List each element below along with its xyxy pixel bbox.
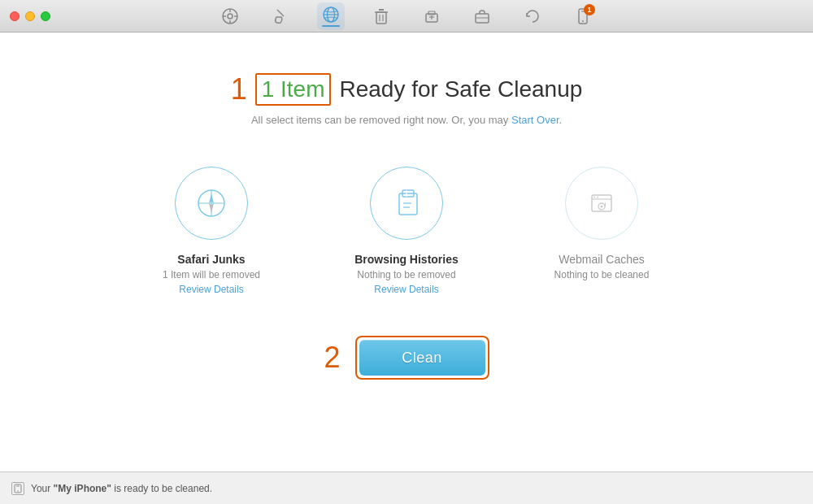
svg-point-1 (228, 14, 233, 19)
toolbar-item-extensions[interactable] (468, 4, 496, 28)
title-row: 1 1 Item Ready for Safe Cleanup (231, 73, 583, 106)
svg-point-39 (601, 206, 603, 208)
safari-junks-name: Safari Junks (177, 253, 245, 266)
subtitle-text: All select items can be removed right no… (251, 114, 562, 126)
ios-badge: 1 (584, 4, 595, 15)
browsing-histories-review-link[interactable]: Review Details (374, 284, 438, 295)
item-count-label: 1 Item (262, 76, 325, 102)
webmail-caches-status: Nothing to be cleaned (554, 269, 650, 280)
clean-button-wrapper: Clean (355, 336, 489, 380)
webmail-caches-icon-circle (565, 167, 638, 240)
overview-icon (221, 7, 239, 25)
svg-point-36 (593, 197, 595, 198)
safari-junks-status: 1 Item will be removed (163, 269, 260, 280)
header-section: 1 1 Item Ready for Safe Cleanup All sele… (231, 73, 583, 126)
toolbar-item-trash[interactable] (367, 4, 395, 28)
toolbar-item-cleaner[interactable] (267, 4, 294, 28)
action-row: 2 Clean (324, 336, 489, 380)
svg-line-6 (277, 10, 284, 16)
item-webmail-caches: Webmail Caches Nothing to be cleaned (537, 167, 667, 284)
uninstaller-icon (423, 7, 441, 25)
step2-number: 2 (324, 341, 340, 375)
clean-button[interactable]: Clean (359, 340, 485, 376)
status-text: Your "My iPhone" is ready to be cleaned. (31, 483, 212, 494)
status-bar: Your "My iPhone" is ready to be cleaned. (0, 471, 813, 504)
toolbar-item-privacy[interactable] (317, 2, 345, 30)
toolbar-item-overview[interactable] (216, 4, 244, 28)
start-over-link[interactable]: Start Over. (511, 114, 562, 126)
cleaner-icon (272, 7, 289, 25)
webmail-caches-name: Webmail Caches (559, 253, 645, 266)
title-bar: 1 (0, 0, 813, 33)
extensions-icon (473, 7, 491, 25)
item-count-box: 1 Item (255, 73, 332, 106)
svg-point-37 (597, 197, 598, 198)
svg-rect-10 (376, 12, 386, 24)
step1-number: 1 (231, 75, 247, 104)
status-device-icon (11, 482, 24, 495)
globe-icon (322, 6, 340, 24)
trash-icon (372, 7, 390, 25)
svg-rect-16 (428, 11, 435, 15)
item-browsing-histories: Browsing Histories Nothing to be removed… (341, 167, 472, 295)
toolbar-item-uninstaller[interactable] (418, 4, 446, 28)
item-safari-junks: Safari Junks 1 Item will be removed Revi… (146, 167, 276, 295)
svg-point-23 (582, 20, 584, 22)
main-content: 1 1 Item Ready for Safe Cleanup All sele… (0, 33, 813, 471)
updater-icon (524, 7, 541, 25)
safari-junks-review-link[interactable]: Review Details (179, 284, 243, 295)
device-name: "My iPhone" (54, 483, 111, 494)
toolbar-item-updater[interactable] (519, 4, 546, 28)
toolbar-item-ios[interactable]: 1 (569, 4, 597, 28)
svg-point-42 (17, 490, 18, 491)
items-row: Safari Junks 1 Item will be removed Revi… (146, 167, 667, 295)
toolbar: 1 (0, 2, 813, 30)
browsing-histories-icon-circle (370, 167, 443, 240)
browsing-histories-status: Nothing to be removed (357, 269, 455, 280)
browsing-histories-name: Browsing Histories (354, 253, 459, 266)
safari-junks-icon-circle (175, 167, 248, 240)
title-text: Ready for Safe Cleanup (339, 76, 582, 102)
